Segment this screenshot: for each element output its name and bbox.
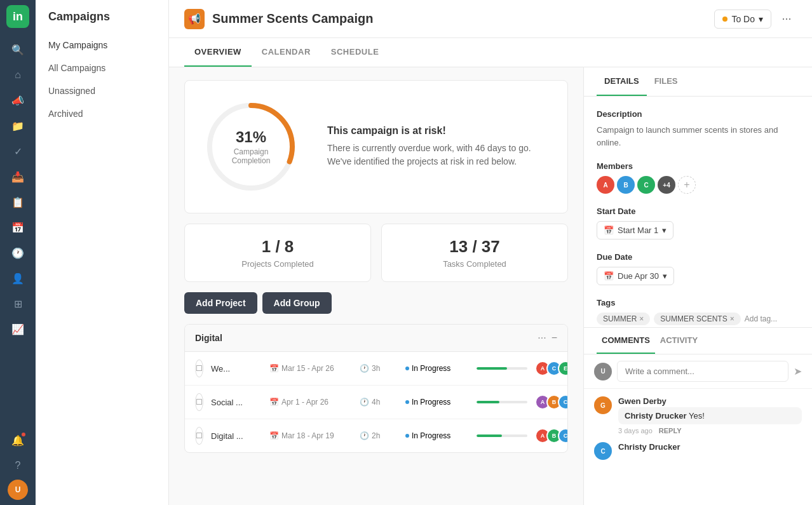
date-range: Apr 1 - Apr 26 — [281, 398, 328, 407]
details-section: Description Campaign to launch summer sc… — [584, 97, 812, 327]
reply-button[interactable]: REPLY — [659, 427, 682, 434]
projects-completed: 1 / 8 — [200, 237, 355, 257]
nav-calendar[interactable]: 📅 — [6, 216, 29, 239]
project-name[interactable]: We... — [211, 364, 262, 374]
nav-analytics[interactable]: 📈 — [6, 318, 29, 340]
sidebar: Campaigns My Campaigns All Campaigns Una… — [36, 0, 169, 505]
comment-body: Gwen Derby Christy Drucker Yes! 3 days a… — [618, 396, 802, 434]
risk-title: This campaign is at risk! — [327, 125, 552, 137]
nav-help[interactable]: ? — [6, 454, 29, 477]
nav-inbox[interactable]: 📥 — [6, 165, 29, 188]
date-range: Mar 18 - Apr 19 — [281, 431, 334, 440]
sidebar-title: Campaigns — [36, 10, 168, 34]
project-name[interactable]: Social ... — [211, 398, 262, 407]
group-header: Digital ··· − — [185, 325, 567, 352]
time-value: 3h — [372, 364, 380, 373]
comment-input[interactable] — [617, 361, 788, 382]
add-tag-button[interactable]: Add tag... — [745, 314, 777, 323]
comment-input-row: U ➤ — [584, 354, 812, 389]
group-more-icon[interactable]: ··· — [538, 332, 546, 344]
chevron-down-icon: ▾ — [759, 14, 763, 24]
status-button[interactable]: To Do ▾ — [714, 10, 771, 29]
project-time: 🕐 4h — [360, 398, 398, 407]
tags-row: SUMMER × SUMMER SCENTS × Add tag... — [597, 313, 799, 325]
clock-icon: 🕐 — [360, 431, 369, 440]
project-icon: ☐ — [195, 427, 203, 445]
project-status: In Progress — [405, 364, 469, 373]
tab-calendar[interactable]: CALENDAR — [252, 38, 321, 67]
project-dates: 📅 Apr 1 - Apr 26 — [269, 398, 352, 407]
sidebar-item-all-campaigns[interactable]: All Campaigns — [36, 57, 168, 79]
comment-item: C Christy Drucker — [594, 442, 802, 460]
clock-icon: 🕐 — [360, 364, 369, 373]
sidebar-item-unassigned[interactable]: Unassigned — [36, 79, 168, 102]
status-text: In Progress — [412, 431, 450, 440]
project-avatars: A B C — [535, 428, 568, 443]
comment-item: G Gwen Derby Christy Drucker Yes! 3 days… — [594, 396, 802, 434]
tab-comments[interactable]: COMMENTS — [597, 328, 655, 354]
notification-badge — [20, 431, 27, 438]
app-logo: in — [6, 5, 29, 28]
project-dates: 📅 Mar 18 - Apr 19 — [269, 431, 352, 440]
tab-files[interactable]: FILES — [647, 67, 686, 96]
project-progress — [477, 401, 527, 403]
project-progress — [477, 434, 527, 437]
start-date-button[interactable]: 📅 Start Mar 1 ▾ — [597, 221, 673, 239]
nav-people[interactable]: 👤 — [6, 267, 29, 290]
nav-history[interactable]: 🕐 — [6, 241, 29, 264]
main-content: 📢 Summer Scents Campaign To Do ▾ ··· OVE… — [169, 0, 812, 505]
due-date-label: Due Date — [597, 252, 799, 262]
tab-schedule[interactable]: SCHEDULE — [321, 38, 389, 67]
project-progress — [477, 367, 527, 370]
main-header: 📢 Summer Scents Campaign To Do ▾ ··· — [169, 0, 812, 38]
status-text: In Progress — [412, 398, 450, 407]
send-icon[interactable]: ➤ — [794, 365, 802, 377]
progress-percent: 31% — [226, 128, 276, 146]
group-collapse-icon[interactable]: − — [551, 332, 557, 344]
tasks-label: Tasks Completed — [397, 259, 552, 269]
tab-details[interactable]: DETAILS — [597, 67, 647, 96]
calendar-icon: 📅 — [269, 364, 279, 373]
comment-body: Christy Drucker — [618, 442, 802, 460]
left-panel: 31% Campaign Completion This campaign is… — [169, 67, 583, 505]
nav-tasks[interactable]: ✓ — [6, 140, 29, 163]
add-member-button[interactable]: + — [678, 176, 696, 194]
more-options-button[interactable]: ··· — [776, 9, 797, 29]
add-group-button[interactable]: Add Group — [262, 292, 332, 314]
tasks-stat: 13 / 37 Tasks Completed — [381, 224, 568, 282]
add-project-button[interactable]: Add Project — [184, 292, 257, 314]
user-avatar[interactable]: U — [8, 480, 28, 500]
comment-meta: 3 days ago REPLY — [618, 427, 802, 434]
project-time: 🕐 2h — [360, 431, 398, 440]
due-date-button[interactable]: 📅 Due Apr 30 ▾ — [597, 267, 674, 285]
tag-remove-button[interactable]: × — [730, 314, 734, 323]
nav-home[interactable]: ⌂ — [6, 64, 29, 86]
nav-search[interactable]: 🔍 — [6, 38, 29, 61]
calendar-icon: 📅 — [269, 431, 279, 440]
nav-reports[interactable]: 📋 — [6, 191, 29, 213]
sidebar-item-my-campaigns[interactable]: My Campaigns — [36, 34, 168, 57]
main-tabs: OVERVIEW CALENDAR SCHEDULE — [169, 38, 812, 67]
tags-label: Tags — [597, 298, 799, 307]
project-icon: ☐ — [195, 393, 203, 411]
tag-label: SUMMER SCENTS — [660, 314, 727, 323]
comment-bubble-text: Yes! — [689, 411, 705, 421]
sidebar-item-archived[interactable]: Archived — [36, 102, 168, 125]
nav-notifications[interactable]: 🔔 — [6, 429, 29, 452]
tab-overview[interactable]: OVERVIEW — [184, 38, 252, 67]
project-name[interactable]: Digital ... — [211, 431, 262, 441]
tag-remove-button[interactable]: × — [639, 314, 644, 323]
status-dot-icon — [405, 434, 409, 438]
date-range: Mar 15 - Apr 26 — [281, 364, 334, 373]
project-status: In Progress — [405, 431, 469, 440]
tab-activity[interactable]: ACTIVITY — [655, 328, 703, 354]
project-avatars: A C E — [535, 361, 568, 376]
start-date-group: Start Date 📅 Start Mar 1 ▾ — [597, 206, 799, 239]
nav-projects[interactable]: 📁 — [6, 114, 29, 137]
comments-section: COMMENTS ACTIVITY U ➤ G Gwen Derby — [584, 327, 812, 505]
page-title: Summer Scents Campaign — [212, 11, 714, 26]
calendar-icon: 📅 — [604, 271, 614, 281]
nav-campaigns[interactable]: 📣 — [6, 89, 29, 112]
due-date-group: Due Date 📅 Due Apr 30 ▾ — [597, 252, 799, 285]
nav-portfolio[interactable]: ⊞ — [6, 292, 29, 315]
